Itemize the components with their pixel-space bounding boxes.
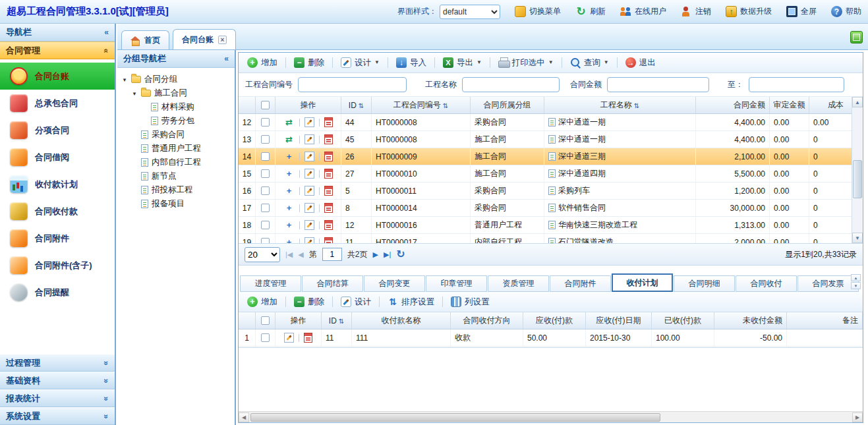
column-header-amount[interactable]: 合同金额 <box>696 97 770 113</box>
add-child-icon[interactable] <box>284 237 295 243</box>
sidebar-item-sub-contract[interactable]: 分项合同 <box>0 117 115 144</box>
next-page-button[interactable] <box>372 251 378 258</box>
edit-icon[interactable] <box>304 117 314 127</box>
row-checkbox[interactable] <box>261 118 270 127</box>
row-checkbox[interactable] <box>261 135 270 144</box>
sub-tab-seal[interactable]: 印章管理 <box>426 275 487 292</box>
collapse-node-icon[interactable] <box>121 76 128 83</box>
add-child-icon[interactable] <box>284 203 295 213</box>
sidebar-item-contract-attachment-sub[interactable]: 合同附件(含子) <box>0 252 115 279</box>
edit-icon[interactable] <box>284 333 294 343</box>
export-button[interactable]: 导出 <box>440 55 485 71</box>
online-users-button[interactable]: 在线用户 <box>620 6 666 17</box>
row-checkbox[interactable] <box>261 152 270 161</box>
column-header-ops[interactable]: 操作 <box>275 312 322 329</box>
column-header-approved[interactable]: 审定金额 <box>770 97 809 113</box>
refresh-button[interactable]: 刷新 <box>575 6 606 17</box>
sub-tab-payment[interactable]: 合同收付 <box>736 275 797 292</box>
sub-tab-qualification[interactable]: 资质管理 <box>488 275 549 292</box>
amount-from-input[interactable] <box>607 77 709 92</box>
table-row[interactable]: 165HT0000011采购合同采购列车1,200.000.000 <box>239 183 863 200</box>
data-upgrade-button[interactable]: 数据升级 <box>726 6 772 17</box>
sidebar-item-contract-reminder[interactable]: 合同提醒 <box>0 279 115 306</box>
column-header-project-name[interactable]: 工程名称 <box>544 97 696 113</box>
sidebar-item-payment-plan[interactable]: 收付款计划 <box>0 171 115 198</box>
delete-icon[interactable] <box>324 237 333 243</box>
table-row[interactable]: 1527HT0000010施工合同深中通道四期5,500.000.000 <box>239 165 863 183</box>
edit-icon[interactable] <box>304 203 314 213</box>
sub-tab-scroll-up[interactable] <box>851 274 861 281</box>
row-checkbox[interactable] <box>261 204 270 212</box>
collapse-node-icon[interactable] <box>131 90 138 97</box>
column-header-due-amount[interactable]: 应收(付)款 <box>523 312 586 329</box>
close-icon[interactable] <box>218 36 227 44</box>
workflow-icon[interactable] <box>284 134 295 144</box>
collapse-group-nav-icon[interactable] <box>224 55 229 63</box>
sidebar-section-basic-data[interactable]: 基础资料 <box>0 372 115 389</box>
edit-icon[interactable] <box>304 237 314 243</box>
group-nav-header[interactable]: 分组导航栏 <box>117 50 235 68</box>
column-header-checkbox[interactable] <box>256 312 275 329</box>
column-header-direction[interactable]: 合同收付方向 <box>451 312 523 329</box>
sub-tab-detail[interactable]: 合同明细 <box>674 275 735 292</box>
sidebar-section-contract-management[interactable]: 合同管理 <box>0 42 115 59</box>
add-child-icon[interactable] <box>284 186 295 196</box>
row-checkbox[interactable] <box>261 169 270 178</box>
sub-tab-change[interactable]: 合同变更 <box>364 275 425 292</box>
expand-panel-icon[interactable] <box>850 31 863 43</box>
sidebar-item-general-contract[interactable]: 总承包合同 <box>0 90 115 117</box>
add-child-icon[interactable] <box>284 152 295 161</box>
column-header-unpaid[interactable]: 未收付金额 <box>714 312 787 329</box>
sub-add-button[interactable]: 增加 <box>244 295 281 310</box>
refresh-grid-button[interactable] <box>396 249 405 260</box>
first-page-button[interactable] <box>285 251 293 258</box>
last-page-button[interactable] <box>384 251 391 258</box>
tree-node[interactable]: 合同分组 <box>119 72 233 86</box>
prev-page-button[interactable] <box>298 251 303 258</box>
page-number-input[interactable] <box>322 248 342 261</box>
table-row[interactable]: 1345HT0000008施工合同深中通道一期4,400.000.000 <box>239 131 863 148</box>
table-row[interactable]: 1812HT0000016普通用户工程华南快速三期改造工程1,313.000.0… <box>239 217 863 234</box>
print-selected-button[interactable]: 打印选中 <box>495 55 557 71</box>
delete-icon[interactable] <box>324 152 333 161</box>
help-button[interactable]: 帮助 <box>831 6 861 17</box>
tree-node[interactable]: 材料采购 <box>119 100 233 114</box>
add-child-icon[interactable] <box>284 169 295 179</box>
sidebar-header[interactable]: 导航栏 <box>0 24 115 42</box>
table-row[interactable]: 1426HT0000009施工合同深中通道三期2,100.000.000 <box>239 148 863 165</box>
scroll-up-button[interactable] <box>852 97 863 107</box>
sub-tab-progress[interactable]: 进度管理 <box>240 275 301 292</box>
edit-icon[interactable] <box>304 152 314 161</box>
sidebar-section-process[interactable]: 过程管理 <box>0 354 115 372</box>
sidebar-item-contract-ledger[interactable]: 合同台账 <box>0 63 115 90</box>
column-header-received[interactable]: 已收(付)款 <box>652 312 714 329</box>
column-header-id[interactable]: ID <box>341 97 372 113</box>
tree-node[interactable]: 施工合同 <box>119 86 233 100</box>
tree-node[interactable]: 招投标工程 <box>119 183 233 197</box>
sort-settings-button[interactable]: 排序设置 <box>384 295 438 310</box>
row-checkbox[interactable] <box>261 333 270 342</box>
collapse-sidebar-icon[interactable] <box>104 28 109 36</box>
tree-node[interactable]: 内部自行工程 <box>119 156 233 169</box>
edit-icon[interactable] <box>304 186 314 196</box>
scrollbar-thumb[interactable] <box>853 160 862 198</box>
amount-to-input[interactable] <box>749 77 844 92</box>
row-checkbox[interactable] <box>261 186 270 195</box>
exit-button[interactable]: 退出 <box>622 55 659 71</box>
edit-icon[interactable] <box>304 134 314 144</box>
add-child-icon[interactable] <box>284 220 295 230</box>
horizontal-scrollbar[interactable] <box>239 411 863 422</box>
tree-node[interactable]: 报备项目 <box>119 197 233 211</box>
table-row[interactable]: 111111收款50.002015-10-30100.00-50.00 <box>239 329 863 347</box>
hscroll-track[interactable] <box>249 412 852 422</box>
project-name-input[interactable] <box>462 77 560 92</box>
column-header-group[interactable]: 合同所属分组 <box>471 97 544 113</box>
column-header-payment-name[interactable]: 收付款名称 <box>352 312 451 329</box>
column-header-note[interactable]: 备注 <box>787 312 863 329</box>
tab-home[interactable]: 首页 <box>121 30 169 49</box>
sidebar-item-contract-borrow[interactable]: 合同借阅 <box>0 144 115 171</box>
table-row[interactable]: 1911HT0000017内部自行工程石门堂隧道改造2,000.000.000 <box>239 234 863 243</box>
fullscreen-button[interactable]: 全屏 <box>786 6 817 17</box>
sidebar-item-contract-payment[interactable]: 合同收付款 <box>0 198 115 225</box>
delete-icon[interactable] <box>324 134 333 144</box>
